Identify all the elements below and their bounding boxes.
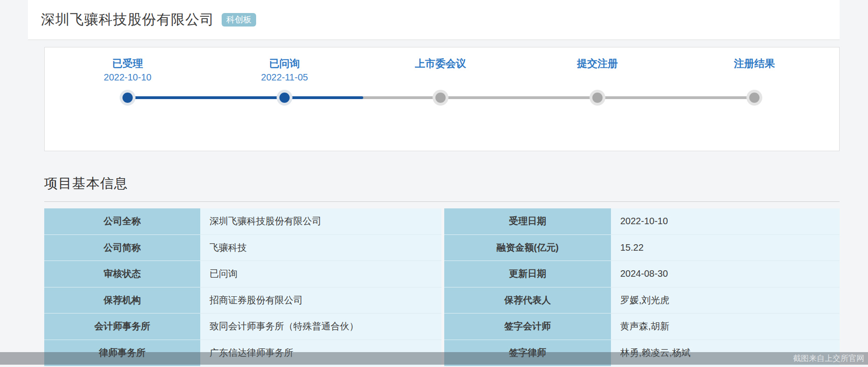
timeline-step-registration-result: 注册结果 bbox=[694, 57, 815, 84]
step-label: 上市委会议 bbox=[380, 57, 501, 71]
info-value: 罗媛,刘光虎 bbox=[611, 287, 840, 314]
audit-progress-timeline: 已受理 2022-10-10 已问询 2022-11-05 上市委会议 提交注册… bbox=[44, 47, 840, 151]
info-value: 2022-10-10 bbox=[611, 208, 840, 235]
timeline-step-inquired: 已问询 2022-11-05 bbox=[224, 57, 345, 84]
step-label: 注册结果 bbox=[694, 57, 815, 71]
table-row: 更新日期 2024-08-30 bbox=[444, 261, 840, 287]
step-date bbox=[537, 71, 658, 84]
watermark-band: 截图来自上交所官网 bbox=[0, 352, 868, 365]
table-row: 受理日期 2022-10-10 bbox=[444, 208, 840, 235]
step-label: 已问询 bbox=[224, 57, 345, 71]
info-label: 审核状态 bbox=[44, 261, 200, 287]
table-row: 审核状态 已问询 bbox=[44, 261, 441, 287]
project-basic-info-table: 公司全称 深圳飞骧科技股份有限公司 公司简称 飞骧科技 审核状态 已问询 保荐机… bbox=[44, 208, 840, 366]
table-row: 融资金额(亿元) 15.22 bbox=[444, 235, 840, 261]
step-date: 2022-11-05 bbox=[224, 71, 345, 84]
table-row: 保荐机构 招商证券股份有限公司 bbox=[44, 287, 441, 314]
info-label: 更新日期 bbox=[444, 261, 611, 287]
timeline-track-progress bbox=[128, 96, 363, 99]
timeline-dot-registration-result bbox=[749, 93, 760, 103]
page-header: 深圳飞骧科技股份有限公司科创板 bbox=[28, 0, 840, 40]
table-row: 公司简称 飞骧科技 bbox=[44, 235, 441, 261]
section-title: 项目基本信息 bbox=[44, 174, 840, 193]
timeline-step-accepted: 已受理 2022-10-10 bbox=[67, 57, 188, 84]
info-table-left-group: 公司全称 深圳飞骧科技股份有限公司 公司简称 飞骧科技 审核状态 已问询 保荐机… bbox=[44, 208, 441, 366]
step-date: 2022-10-10 bbox=[67, 71, 188, 84]
timeline-dot-committee-meeting bbox=[435, 93, 446, 103]
basic-info-section-header: 项目基本信息 bbox=[44, 174, 840, 202]
timeline-step-submit-registration: 提交注册 bbox=[537, 57, 658, 84]
info-label: 公司全称 bbox=[44, 208, 200, 235]
info-value: 2024-08-30 bbox=[611, 261, 840, 287]
table-row: 公司全称 深圳飞骧科技股份有限公司 bbox=[44, 208, 441, 235]
info-label: 融资金额(亿元) bbox=[444, 235, 611, 261]
watermark-text: 截图来自上交所官网 bbox=[793, 352, 868, 365]
info-label: 保荐机构 bbox=[44, 287, 200, 314]
info-value: 飞骧科技 bbox=[200, 235, 441, 261]
timeline-dot-accepted bbox=[122, 93, 133, 103]
info-value: 深圳飞骧科技股份有限公司 bbox=[200, 208, 441, 235]
info-value: 招商证券股份有限公司 bbox=[200, 287, 441, 314]
page-title: 深圳飞骧科技股份有限公司 bbox=[41, 11, 214, 28]
step-date bbox=[380, 71, 501, 84]
table-row: 保荐代表人 罗媛,刘光虎 bbox=[444, 287, 840, 314]
info-table-right-group: 受理日期 2022-10-10 融资金额(亿元) 15.22 更新日期 2024… bbox=[444, 208, 840, 366]
info-label: 保荐代表人 bbox=[444, 287, 611, 314]
step-label: 提交注册 bbox=[537, 57, 658, 71]
timeline-dot-submit-registration bbox=[592, 93, 603, 103]
info-value: 已问询 bbox=[200, 261, 441, 287]
info-label: 签字会计师 bbox=[444, 314, 611, 340]
step-label: 已受理 bbox=[67, 57, 188, 71]
info-value: 致同会计师事务所（特殊普通合伙） bbox=[200, 314, 441, 340]
board-badge: 科创板 bbox=[222, 13, 256, 27]
info-value: 黄声森,胡新 bbox=[611, 314, 840, 340]
info-label: 公司简称 bbox=[44, 235, 200, 261]
info-label: 会计师事务所 bbox=[44, 314, 200, 340]
info-label: 受理日期 bbox=[444, 208, 611, 235]
timeline-step-committee-meeting: 上市委会议 bbox=[380, 57, 501, 84]
table-row: 会计师事务所 致同会计师事务所（特殊普通合伙） bbox=[44, 314, 441, 340]
timeline-dot-inquired bbox=[279, 93, 290, 103]
info-value: 15.22 bbox=[611, 235, 840, 261]
step-date bbox=[694, 71, 815, 84]
table-row: 签字会计师 黄声森,胡新 bbox=[444, 314, 840, 340]
sse-project-page: 深圳飞骧科技股份有限公司科创板 已受理 2022-10-10 已问询 2022-… bbox=[0, 0, 868, 367]
